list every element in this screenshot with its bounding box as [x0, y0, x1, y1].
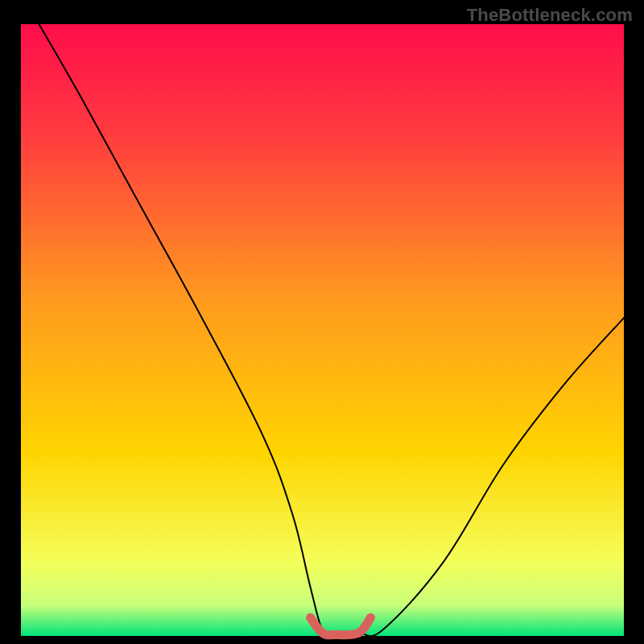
chart-frame: TheBottleneck.com — [0, 0, 644, 644]
chart-svg — [0, 0, 644, 644]
plot-background — [21, 24, 624, 636]
watermark-text: TheBottleneck.com — [467, 5, 633, 26]
